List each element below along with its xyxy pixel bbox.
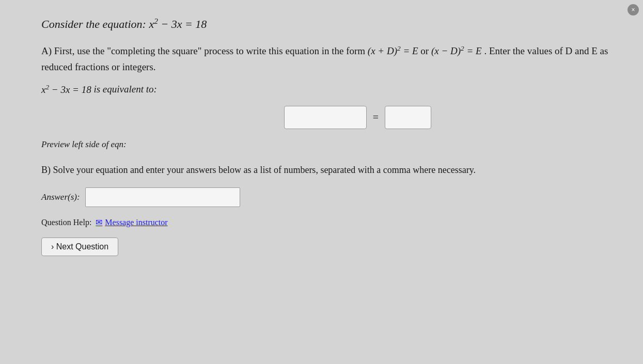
equals-sign: = <box>373 112 379 123</box>
equivalent-suffix: is equivalent to: <box>93 84 156 95</box>
help-label: Question Help: <box>41 218 91 227</box>
left-side-input[interactable] <box>284 106 367 129</box>
preview-text: Preview left side of eqn: <box>41 139 622 150</box>
question-area: Consider the equation: x2 − 3x = 18 A) F… <box>41 15 622 256</box>
title-equation: x2 − 3x = 18 <box>149 18 207 30</box>
mail-icon: ✉ <box>96 217 102 227</box>
part-a-instructions: A) First, use the "completing the square… <box>41 43 622 75</box>
next-question-button[interactable]: › Next Question <box>41 238 118 256</box>
equation-input-row: = <box>93 106 622 129</box>
part-a-text-2: or <box>420 45 431 56</box>
part-a-form1: (x + D)2 = E <box>368 45 418 56</box>
message-instructor-link[interactable]: ✉ Message instructor <box>96 217 167 227</box>
equivalent-line: x2 − 3x = 18 is equivalent to: <box>41 83 622 95</box>
help-row: Question Help: ✉ Message instructor <box>41 217 622 227</box>
right-side-input[interactable] <box>385 106 431 129</box>
part-b-instructions: B) Solve your equation and enter your an… <box>41 163 622 178</box>
part-a-text-1: A) First, use the "completing the square… <box>41 45 368 56</box>
question-title: Consider the equation: x2 − 3x = 18 <box>41 15 622 33</box>
part-a-form2: (x − D)2 = E <box>431 45 482 56</box>
close-button[interactable]: × <box>628 4 639 15</box>
title-prefix: Consider the equation: <box>41 18 149 30</box>
answer-input[interactable] <box>85 187 240 207</box>
answer-row: Answer(s): <box>41 187 622 207</box>
message-link-text: Message instructor <box>105 218 167 227</box>
answer-label: Answer(s): <box>41 192 80 202</box>
main-content: × Consider the equation: x2 − 3x = 18 A)… <box>0 0 643 364</box>
